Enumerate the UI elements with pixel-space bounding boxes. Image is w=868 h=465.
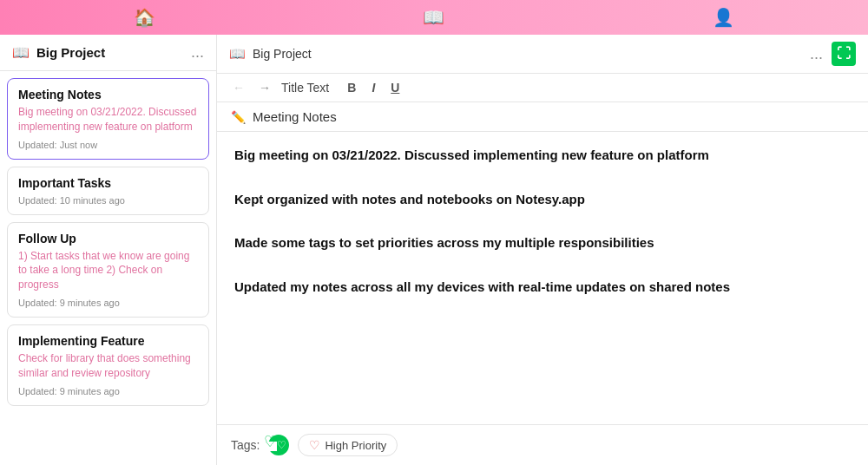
sidebar-more-button[interactable]: ... (191, 43, 204, 62)
edit-icon: ✏️ (231, 110, 246, 124)
note-item-meeting-notes[interactable]: Meeting Notes Big meeting on 03/21/2022.… (7, 78, 209, 160)
right-panel: 📖 Big Project ... ⛶ ← → Title Text B I U… (217, 35, 868, 465)
sidebar-book-icon: 📖 (12, 44, 30, 61)
tags-label: Tags: (231, 438, 260, 452)
sidebar-title: Big Project (36, 45, 105, 60)
tags-footer: Tags: ♡ ♡ + ♡ High Priority (217, 424, 868, 465)
home-icon[interactable]: 🏠 (123, 2, 166, 33)
note-title: Important Tasks (18, 176, 198, 190)
note-updated: Updated: 10 minutes ago (18, 195, 198, 206)
panel-book-icon: 📖 (229, 46, 246, 62)
note-paragraph-2: Kept organized with notes and notebooks … (234, 190, 851, 210)
user-icon[interactable]: 👤 (702, 2, 745, 33)
note-updated: Updated: 9 minutes ago (18, 386, 198, 396)
heart-icon: ♡ (309, 438, 320, 452)
note-item-follow-up[interactable]: Follow Up 1) Start tasks that we know ar… (7, 222, 209, 318)
note-item-implementing-feature[interactable]: Implementing Feature Check for library t… (7, 324, 209, 406)
forward-arrow[interactable]: → (255, 79, 274, 96)
note-paragraph-4: Updated my notes across all my devices w… (234, 278, 851, 298)
book-nav-icon[interactable]: 📖 (412, 2, 455, 33)
notes-list: Meeting Notes Big meeting on 03/21/2022.… (0, 71, 216, 465)
expand-button[interactable]: ⛶ (832, 42, 856, 66)
toolbar-title-text: Title Text (281, 81, 329, 95)
note-updated: Updated: 9 minutes ago (18, 298, 198, 308)
sidebar-header-left: 📖 Big Project (12, 44, 105, 61)
note-title: Follow Up (18, 232, 198, 246)
note-body: Big meeting on 03/21/2022. Discussed imp… (217, 132, 868, 424)
add-tag-button[interactable]: ♡ ♡ + (268, 435, 289, 455)
note-item-important-tasks[interactable]: Important Tasks Updated: 10 minutes ago (7, 167, 209, 215)
note-title: Implementing Feature (18, 334, 198, 348)
note-updated: Updated: Just now (18, 140, 198, 150)
top-nav: 🏠 📖 👤 (0, 0, 868, 35)
panel-header: 📖 Big Project ... ⛶ (217, 35, 868, 74)
note-paragraph-3: Made some tags to set priorities across … (234, 233, 851, 253)
panel-more-button[interactable]: ... (810, 45, 823, 63)
panel-title: Big Project (253, 47, 312, 61)
underline-button[interactable]: U (386, 79, 404, 96)
panel-header-left: 📖 Big Project (229, 46, 312, 62)
back-arrow[interactable]: ← (229, 79, 248, 96)
note-preview: Check for library that does something si… (18, 351, 198, 381)
italic-button[interactable]: I (367, 79, 379, 96)
note-content-title: Meeting Notes (253, 109, 337, 124)
sidebar: 📖 Big Project ... Meeting Notes Big meet… (0, 35, 217, 465)
note-preview: 1) Start tasks that we know are going to… (18, 249, 198, 292)
bold-button[interactable]: B (343, 79, 360, 96)
note-paragraph-1: Big meeting on 03/21/2022. Discussed imp… (234, 146, 851, 166)
main-content: 📖 Big Project ... Meeting Notes Big meet… (0, 35, 868, 465)
note-content-header: ✏️ Meeting Notes (217, 102, 868, 132)
high-priority-tag[interactable]: ♡ High Priority (298, 434, 398, 456)
formatting-toolbar: ← → Title Text B I U (217, 74, 868, 102)
note-title: Meeting Notes (18, 88, 198, 102)
note-preview: Big meeting on 03/21/2022. Discussed imp… (18, 105, 198, 134)
sidebar-header: 📖 Big Project ... (0, 35, 216, 71)
panel-header-right: ... ⛶ (810, 42, 856, 66)
tag-name: High Priority (325, 439, 386, 452)
